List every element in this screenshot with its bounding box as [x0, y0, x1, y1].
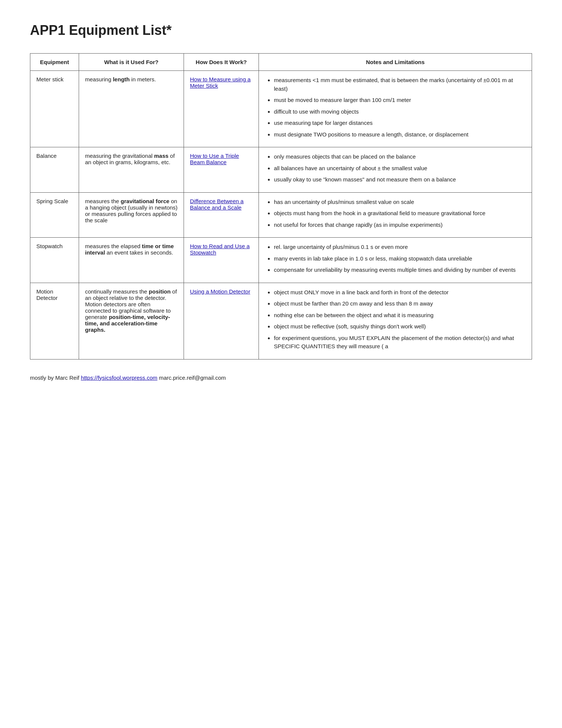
footer: mostly by Marc Reif https://fysicsfool.w…	[30, 374, 532, 381]
used-for-cell: continually measures the position of an …	[79, 283, 184, 359]
note-item: only measures objects that can be placed…	[274, 153, 526, 161]
note-item: not useful for forces that change rapidl…	[274, 221, 526, 229]
used-for-cell: measuring the gravitational mass of an o…	[79, 147, 184, 193]
how-cell: Difference Between a Balance and a Scale	[184, 192, 259, 238]
note-item: usually okay to use "known masses" and n…	[274, 175, 526, 184]
how-cell: How to Read and Use a Stopwatch	[184, 238, 259, 283]
table-row: Stopwatchmeasures the elapsed time or ti…	[30, 238, 532, 283]
notes-cell: has an uncertainty of plus/minus smalles…	[259, 192, 532, 238]
used-for-cell: measures the gravitational force on a ha…	[79, 192, 184, 238]
how-link[interactable]: How to Measure using a Meter Stick	[190, 76, 251, 89]
note-item: object must be farther than 20 cm away a…	[274, 300, 526, 308]
equipment-cell: Balance	[30, 147, 79, 193]
note-item: many events in lab take place in 1.0 s o…	[274, 255, 526, 263]
footer-text: mostly by Marc Reif	[30, 374, 81, 381]
note-item: difficult to use with moving objects	[274, 108, 526, 116]
footer-link[interactable]: https://fysicsfool.worpress.com	[81, 374, 157, 381]
note-item: use measuring tape for larger distances	[274, 119, 526, 127]
notes-cell: measurements <1 mm must be estimated, th…	[259, 71, 532, 147]
how-link[interactable]: How to Use a Triple Beam Balance	[190, 153, 239, 165]
equipment-cell: Stopwatch	[30, 238, 79, 283]
table-row: Meter stickmeasuring length in meters.Ho…	[30, 71, 532, 147]
table-row: Motion Detectorcontinually measures the …	[30, 283, 532, 359]
equipment-cell: Meter stick	[30, 71, 79, 147]
table-header: Equipment	[30, 54, 79, 71]
how-link[interactable]: Using a Motion Detector	[190, 288, 250, 295]
how-cell: Using a Motion Detector	[184, 283, 259, 359]
note-item: must designate TWO positions to measure …	[274, 130, 526, 139]
notes-cell: rel. large uncertainty of plus/minus 0.1…	[259, 238, 532, 283]
how-cell: How to Use a Triple Beam Balance	[184, 147, 259, 193]
table-row: Spring Scalemeasures the gravitational f…	[30, 192, 532, 238]
how-link[interactable]: How to Read and Use a Stopwatch	[190, 243, 250, 256]
table-row: Balancemeasuring the gravitational mass …	[30, 147, 532, 193]
note-item: object must be reflective (soft, squishy…	[274, 322, 526, 331]
equipment-table: EquipmentWhat is it Used For?How Does It…	[30, 53, 532, 360]
table-header: How Does It Work?	[184, 54, 259, 71]
equipment-cell: Motion Detector	[30, 283, 79, 359]
table-header: Notes and Limitations	[259, 54, 532, 71]
footer-email: marc.price.reif@gmail.com	[157, 374, 226, 381]
notes-cell: object must ONLY move in a line back and…	[259, 283, 532, 359]
note-item: must be moved to measure larger than 100…	[274, 96, 526, 105]
note-item: measurements <1 mm must be estimated, th…	[274, 76, 526, 93]
note-item: all balances have an uncertainty of abou…	[274, 164, 526, 173]
how-link[interactable]: Difference Between a Balance and a Scale	[190, 198, 244, 211]
note-item: has an uncertainty of plus/minus smalles…	[274, 198, 526, 207]
used-for-cell: measures the elapsed time or time interv…	[79, 238, 184, 283]
equipment-cell: Spring Scale	[30, 192, 79, 238]
notes-cell: only measures objects that can be placed…	[259, 147, 532, 193]
used-for-cell: measuring length in meters.	[79, 71, 184, 147]
how-cell: How to Measure using a Meter Stick	[184, 71, 259, 147]
note-item: for experiment questions, you MUST EXPLA…	[274, 334, 526, 351]
page-title: APP1 Equipment List*	[30, 22, 532, 38]
note-item: object must ONLY move in a line back and…	[274, 288, 526, 297]
table-header: What is it Used For?	[79, 54, 184, 71]
note-item: nothing else can be between the object a…	[274, 311, 526, 320]
note-item: rel. large uncertainty of plus/minus 0.1…	[274, 243, 526, 252]
note-item: objects must hang from the hook in a gra…	[274, 209, 526, 218]
note-item: compensate for unreliability by measurin…	[274, 266, 526, 274]
